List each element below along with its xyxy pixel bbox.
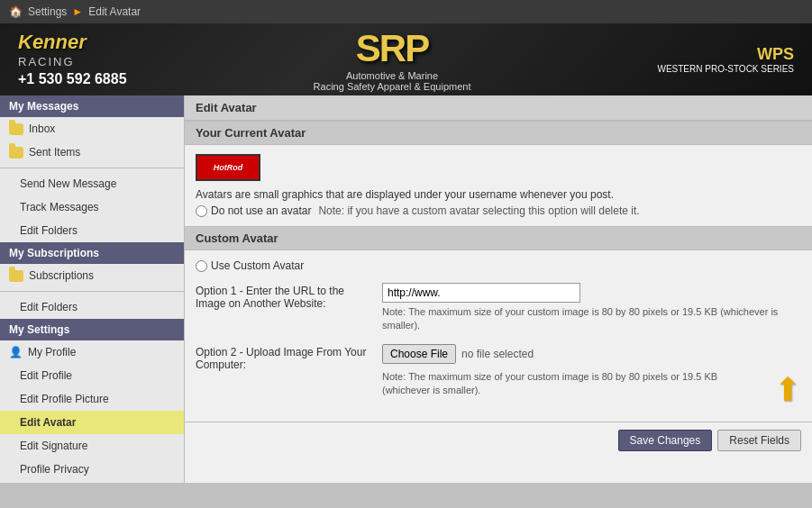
option1-content: Note: The maximum size of your custom im… [382, 283, 801, 333]
use-custom-avatar-label[interactable]: Use Custom Avatar [196, 259, 801, 272]
no-avatar-label: Do not use an avatar [211, 204, 311, 217]
arrow-container: ⬆ [756, 367, 801, 413]
banner-kenner: Kenner RACING +1 530 592 6885 [18, 30, 127, 89]
option2-row: Option 2 - Upload Image From Your Comput… [196, 344, 801, 413]
sidebar-item-inbox[interactable]: Inbox [0, 117, 184, 141]
option2-label: Option 2 - Upload Image From Your Comput… [196, 344, 371, 371]
sidebar-item-subscriptions[interactable]: Subscriptions [0, 264, 184, 287]
subscriptions-label: Subscriptions [29, 269, 94, 282]
sidebar-item-edit-folders-messages[interactable]: Edit Folders [0, 219, 184, 242]
banner-srp: SRP Automotive & Marine Racing Safety Ap… [314, 27, 471, 92]
home-icon: 🏠 [9, 5, 23, 18]
sidebar-item-sent-items[interactable]: Sent Items [0, 141, 184, 164]
folder-icon [9, 123, 23, 135]
srp-line1: Automotive & Marine [314, 70, 471, 81]
option2-content: Choose File no file selected Note: The m… [382, 344, 801, 413]
no-avatar-radio[interactable] [196, 205, 207, 217]
divider-2 [0, 291, 184, 292]
sidebar-item-send-new-message[interactable]: Send New Message [0, 172, 184, 195]
sidebar-item-edit-signature[interactable]: Edit Signature [0, 434, 184, 458]
use-custom-avatar-text: Use Custom Avatar [211, 259, 304, 272]
kenner-phone: +1 530 592 6885 [18, 70, 127, 89]
avatar-image: HotRod [196, 154, 260, 181]
option1-row: Option 1 - Enter the URL to the Image on… [196, 283, 801, 333]
footer-actions: Save Changes Reset Fields [185, 422, 812, 458]
sidebar: My Messages Inbox Sent Items Send New Me… [0, 95, 185, 483]
sidebar-item-edit-avatar[interactable]: Edit Avatar [0, 411, 184, 434]
save-changes-button[interactable]: Save Changes [618, 430, 713, 451]
top-nav: 🏠 Settings ► Edit Avatar [0, 0, 812, 23]
current-avatar-section-header: Your Current Avatar [185, 121, 812, 145]
no-avatar-radio-label[interactable]: Do not use an avatar [196, 204, 311, 217]
breadcrumb-arrow: ► [72, 5, 83, 18]
option1-note: Note: The maximum size of your custom im… [382, 305, 801, 333]
kenner-racing: RACING [18, 55, 127, 70]
file-upload-row: Choose File no file selected [382, 344, 801, 364]
custom-avatar-section: Use Custom Avatar Option 1 - Enter the U… [185, 250, 812, 422]
content-header: Edit Avatar [185, 95, 812, 121]
sidebar-item-profile-privacy[interactable]: Profile Privacy [0, 458, 184, 481]
my-subscriptions-header: My Subscriptions [0, 242, 184, 264]
divider-1 [0, 168, 184, 168]
sidebar-item-edit-folders-subs[interactable]: Edit Folders [0, 295, 184, 319]
content-area: Edit Avatar Your Current Avatar HotRod A… [185, 95, 812, 483]
my-messages-header: My Messages [0, 95, 184, 117]
kenner-name: Kenner [18, 30, 127, 56]
banner: Kenner RACING +1 530 592 6885 SRP Automo… [0, 23, 812, 95]
no-file-label: no file selected [461, 348, 534, 360]
option2-note: Note: The maximum size of your custom im… [382, 370, 747, 398]
sent-items-label: Sent Items [29, 146, 80, 159]
choose-file-button[interactable]: Choose File [382, 344, 456, 364]
url-input[interactable] [382, 283, 580, 303]
sidebar-item-edit-profile[interactable]: Edit Profile [0, 364, 184, 387]
current-page-label: Edit Avatar [88, 5, 141, 18]
wps-sub: WESTERN PRO-STOCK SERIES [657, 64, 794, 74]
wps-logo: WPS [657, 45, 794, 64]
my-profile-label: My Profile [28, 346, 76, 358]
my-settings-header: My Settings [0, 319, 184, 340]
banner-wps: WPS WESTERN PRO-STOCK SERIES [657, 45, 794, 74]
no-avatar-note: Note: if you have a custom avatar select… [318, 204, 801, 217]
use-custom-avatar-radio[interactable] [196, 260, 207, 272]
option1-label: Option 1 - Enter the URL to the Image on… [196, 283, 371, 310]
arrow-icon: ⬆ [774, 371, 801, 409]
sidebar-item-my-profile[interactable]: 👤 My Profile [0, 340, 184, 364]
avatar-desc: Avatars are small graphics that are disp… [196, 188, 801, 201]
sidebar-item-track-messages[interactable]: Track Messages [0, 195, 184, 219]
sidebar-item-edit-profile-picture[interactable]: Edit Profile Picture [0, 387, 184, 411]
folder-icon-subs [9, 270, 23, 282]
custom-avatar-section-header: Custom Avatar [185, 226, 812, 250]
settings-link[interactable]: Settings [28, 5, 67, 18]
current-avatar-section: HotRod Avatars are small graphics that a… [185, 145, 812, 226]
srp-line2: Racing Safety Apparel & Equipment [314, 81, 471, 92]
folder-icon-sent [9, 147, 23, 159]
srp-logo: SRP [314, 27, 471, 70]
reset-fields-button[interactable]: Reset Fields [717, 430, 801, 451]
person-icon: 👤 [9, 346, 23, 358]
inbox-label: Inbox [29, 122, 55, 135]
